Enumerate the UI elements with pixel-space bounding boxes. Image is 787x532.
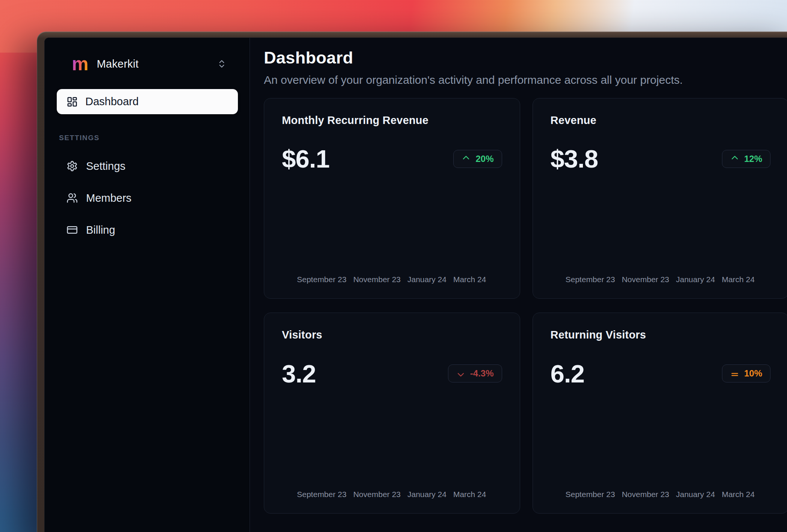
sidebar-item-dashboard[interactable]: Dashboard [57,89,238,114]
trend-badge: 10% [722,364,770,382]
stat-row: $3.8 12% [551,146,771,171]
stat-card: Returning Visitors 6.2 10% September 23N… [533,313,787,513]
x-axis-labels: September 23November 23January 24March 2… [282,490,502,499]
axis-tick-label: November 23 [622,275,669,284]
arrow-up-icon [462,154,471,163]
sidebar-settings-nav: Settings Members Billing [57,157,238,239]
axis-tick-label: November 23 [353,275,401,284]
axis-tick-label: March 24 [453,490,486,499]
chevrons-up-down-icon [217,59,227,69]
axis-tick-label: January 24 [407,490,446,499]
stat-value: $3.8 [551,146,598,171]
trend-badge: 20% [453,150,502,168]
desktop: { "sidebar": { "brand": { "name": "Maker… [0,0,787,532]
bars-icon [730,369,739,378]
axis-tick-label: March 24 [722,275,755,284]
sidebar-section-settings: SETTINGS [57,134,238,142]
workspace-name: Makerkit [97,58,138,70]
card-title: Monthly Recurring Revenue [282,114,502,127]
x-axis-labels: September 23November 23January 24March 2… [282,275,502,284]
stat-card: Monthly Recurring Revenue $6.1 20% Septe… [264,98,520,299]
stat-row: 3.2 -4.3% [282,361,502,386]
axis-tick-label: September 23 [566,490,615,499]
trend-value: 10% [744,368,762,379]
stat-value: $6.1 [282,146,329,171]
makerkit-logo-icon: m [72,56,88,72]
sidebar-item-settings[interactable]: Settings [57,157,238,175]
line-chart [551,396,771,481]
axis-tick-label: March 24 [453,275,486,284]
app-window: m Makerkit Dashboard SETTINGS Settings M… [37,32,787,532]
axis-tick-label: January 24 [407,275,446,284]
axis-tick-label: September 23 [297,490,347,499]
users-icon [67,192,78,204]
arrow-down-icon [456,369,465,378]
sidebar-item-billing[interactable]: Billing [57,221,238,239]
stat-row: 6.2 10% [551,361,771,386]
axis-tick-label: September 23 [566,275,615,284]
line-chart [282,181,502,266]
sidebar-item-label: Dashboard [85,95,139,108]
stat-row: $6.1 20% [282,146,502,171]
credit-card-icon [67,224,78,236]
axis-tick-label: November 23 [353,490,401,499]
x-axis-labels: September 23November 23January 24March 2… [551,490,771,499]
dashboard-grid-icon [67,96,78,107]
line-chart [282,396,502,481]
trend-value: 20% [475,154,493,164]
sidebar: m Makerkit Dashboard SETTINGS Settings M… [45,38,250,532]
page-subtitle: An overview of your organization's activ… [264,73,787,87]
main-content: Dashboard An overview of your organizati… [250,38,787,532]
trend-badge: -4.3% [448,364,502,382]
trend-value: 12% [744,154,762,164]
line-chart [551,181,771,266]
sidebar-item-members[interactable]: Members [57,189,238,207]
stat-value: 3.2 [282,361,316,386]
page-title: Dashboard [264,48,787,68]
workspace-switcher[interactable]: m Makerkit [57,54,238,73]
card-title: Visitors [282,329,502,341]
card-title: Revenue [551,114,771,127]
axis-tick-label: March 24 [722,490,755,499]
axis-tick-label: January 24 [676,490,715,499]
stats-grid: Monthly Recurring Revenue $6.1 20% Septe… [264,98,787,514]
x-axis-labels: September 23November 23January 24March 2… [551,275,771,284]
axis-tick-label: September 23 [297,275,347,284]
stat-card: Visitors 3.2 -4.3% September 23November … [264,313,520,513]
stat-value: 6.2 [551,361,584,386]
trend-badge: 12% [722,150,770,168]
axis-tick-label: November 23 [622,490,669,499]
stat-card: Revenue $3.8 12% September 23November 23… [533,98,787,299]
arrow-up-icon [730,154,739,163]
card-title: Returning Visitors [551,329,771,341]
axis-tick-label: January 24 [676,275,715,284]
trend-value: -4.3% [470,368,494,379]
app-frame: m Makerkit Dashboard SETTINGS Settings M… [44,38,787,532]
gear-icon [67,160,78,172]
